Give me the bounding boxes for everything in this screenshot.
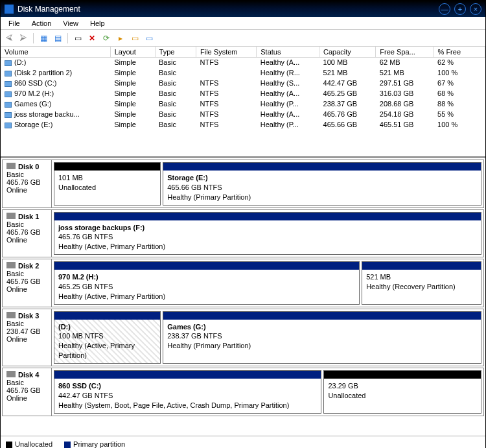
disk-row: Disk 2Basic465.76 GBOnline970 M.2 (H:)46… — [2, 259, 484, 307]
delete-icon[interactable]: ✕ — [86, 32, 98, 44]
titlebar: Disk Management — + × — [1, 1, 485, 17]
volume-icon — [5, 91, 12, 97]
volume-row[interactable]: Storage (E:)SimpleBasicNTFSHealthy (P...… — [1, 119, 485, 130]
column-header[interactable]: Volume — [1, 47, 110, 57]
menubar: File Action View Help — [1, 17, 485, 30]
volume-list[interactable]: VolumeLayoutTypeFile SystemStatusCapacit… — [1, 47, 485, 157]
maximize-button[interactable]: + — [454, 3, 466, 15]
column-header[interactable]: Type — [155, 47, 196, 57]
disk-icon — [6, 213, 16, 219]
refresh-icon[interactable]: ⟳ — [100, 32, 112, 44]
partition[interactable]: Storage (E:)465.66 GB NTFSHealthy (Prima… — [163, 162, 481, 206]
properties-icon[interactable]: ▭ — [129, 32, 141, 44]
disk-icon — [6, 262, 16, 268]
volume-icon — [5, 102, 12, 108]
volume-row[interactable]: Games (G:)SimpleBasicNTFSHealthy (P...23… — [1, 99, 485, 109]
column-header[interactable]: % Free — [434, 47, 485, 57]
volume-icon — [5, 112, 12, 118]
menu-help[interactable]: Help — [85, 18, 110, 29]
volume-row[interactable]: joss storage backu...SimpleBasicNTFSHeal… — [1, 109, 485, 119]
volume-icon — [5, 81, 12, 87]
disk-row: Disk 3Basic238.47 GBOnline(D:)100 MB NTF… — [2, 309, 484, 366]
disk-graphical-view: Disk 0Basic465.76 GBOnline101 MBUnalloca… — [1, 157, 485, 416]
partition[interactable]: joss storage backups (F:)465.76 GB NTFSH… — [54, 212, 481, 255]
column-header[interactable]: File System — [196, 47, 257, 57]
disk-label[interactable]: Disk 2Basic465.76 GBOnline — [3, 259, 52, 307]
partition[interactable]: 521 MBHealthy (Recovery Partition) — [362, 261, 481, 305]
new-icon[interactable]: ▸ — [115, 32, 126, 44]
view-icon[interactable]: ▦ — [38, 32, 49, 44]
volume-icon — [5, 71, 12, 77]
volume-row[interactable]: (D:)SimpleBasicNTFSHealthy (A...100 MB62… — [1, 57, 485, 67]
partition[interactable]: 23.29 GBUnallocated — [323, 370, 481, 414]
column-header[interactable]: Status — [257, 47, 319, 57]
partition[interactable]: 101 MBUnallocated — [54, 162, 161, 206]
detail-icon[interactable]: ▤ — [52, 32, 64, 44]
app-icon — [5, 5, 14, 14]
legend-unallocated: Unallocated — [6, 440, 52, 448]
disk-label[interactable]: Disk 3Basic238.47 GBOnline — [3, 309, 52, 366]
partition[interactable]: Games (G:)238.37 GB NTFSHealthy (Primary… — [163, 311, 481, 364]
forward-icon[interactable]: ⮚ — [17, 32, 29, 44]
settings-icon[interactable]: ▭ — [72, 32, 84, 44]
partition[interactable]: 860 SSD (C:)442.47 GB NTFSHealthy (Syste… — [54, 370, 321, 414]
disk-row: Disk 1Basic465.76 GBOnlinejoss storage b… — [2, 209, 484, 258]
window-title: Disk Management — [17, 5, 435, 14]
volume-row[interactable]: 970 M.2 (H:)SimpleBasicNTFSHealthy (A...… — [1, 88, 485, 99]
menu-action[interactable]: Action — [27, 18, 57, 29]
back-icon[interactable]: ⮘ — [3, 32, 15, 44]
disk-icon — [6, 312, 16, 318]
disk-row: Disk 0Basic465.76 GBOnline101 MBUnalloca… — [2, 159, 484, 208]
volume-icon — [5, 60, 12, 66]
minimize-button[interactable]: — — [439, 3, 450, 15]
disk-label[interactable]: Disk 1Basic465.76 GBOnline — [3, 210, 52, 257]
column-header[interactable]: Free Spa... — [376, 47, 434, 57]
disk-icon — [6, 163, 16, 169]
partition[interactable]: 970 M.2 (H:)465.25 GB NTFSHealthy (Activ… — [54, 261, 360, 305]
menu-file[interactable]: File — [3, 18, 25, 29]
close-button[interactable]: × — [470, 3, 481, 15]
disk-icon — [6, 371, 16, 377]
disk-label[interactable]: Disk 4Basic465.76 GBOnline — [3, 368, 52, 416]
partition[interactable]: (D:)100 MB NTFSHealthy (Active, Primary … — [54, 311, 161, 364]
disk-row: Disk 4Basic465.76 GBOnline860 SSD (C:)44… — [2, 368, 484, 416]
disk-label[interactable]: Disk 0Basic465.76 GBOnline — [3, 160, 52, 207]
volume-row[interactable]: (Disk 2 partition 2)SimpleBasicHealthy (… — [1, 67, 485, 78]
volume-icon — [5, 123, 12, 128]
column-header[interactable]: Capacity — [319, 47, 376, 57]
toolbar: ⮘ ⮚ ▦ ▤ ▭ ✕ ⟳ ▸ ▭ ▭ — [1, 30, 485, 47]
help-icon[interactable]: ▭ — [143, 32, 155, 44]
legend-primary: Primary partition — [64, 440, 125, 448]
legend: Unallocated Primary partition — [1, 436, 485, 449]
menu-view[interactable]: View — [58, 18, 84, 29]
column-header[interactable]: Layout — [110, 47, 155, 57]
volume-row[interactable]: 860 SSD (C:)SimpleBasicNTFSHealthy (S...… — [1, 78, 485, 88]
